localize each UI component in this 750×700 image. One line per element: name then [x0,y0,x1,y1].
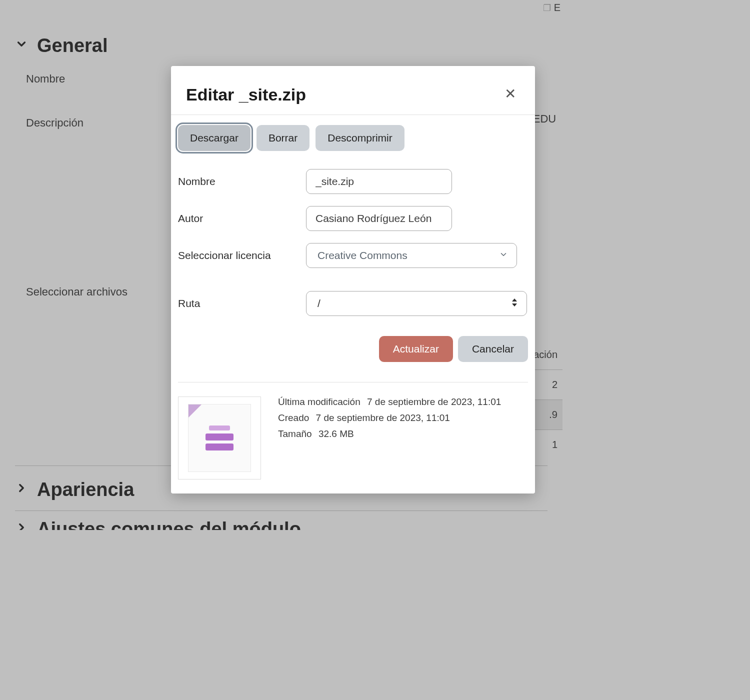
section-appearance-title: Apariencia [37,479,134,500]
cancel-button[interactable]: Cancelar [458,336,528,362]
meta-created-value: 7 de septiembre de 2023, 11:01 [316,412,450,423]
author-label: Autor [178,212,306,224]
archive-icon [188,404,251,472]
top-right-fragment: ❐ E [541,0,562,16]
cube-icon: ❐ [543,2,551,14]
license-label: Seleccionar licencia [178,250,306,262]
modal-title: Editar _site.zip [186,85,306,104]
delete-button[interactable]: Borrar [256,125,310,151]
meta-modified-label: Última modificación [278,396,360,407]
chevron-right-icon [15,482,28,498]
close-icon: ✕ [504,86,516,102]
update-button[interactable]: Actualizar [379,336,453,362]
meta-modified-value: 7 de septiembre de 2023, 11:01 [367,396,501,407]
name-input[interactable] [306,169,452,194]
chevron-down-icon [15,38,28,54]
license-select[interactable]: Creative Commons [306,243,517,268]
meta-size-value: 32.6 MB [318,428,354,439]
section-general-header[interactable]: General [15,35,548,56]
section-common-title: Ajustes comunes del módulo [37,518,301,530]
meta-created-label: Creado [278,412,309,423]
file-thumbnail [178,396,261,480]
chevron-right-icon [15,521,28,530]
download-button[interactable]: Descargar [178,125,250,151]
name-label: Nombre [178,176,306,188]
path-select[interactable]: / [306,291,527,316]
bg-label-name: Nombre [26,72,191,86]
unzip-button[interactable]: Descomprimir [316,125,404,151]
edit-file-modal: Editar _site.zip ✕ Descargar Borrar Desc… [171,66,535,494]
bg-label-select-files: Seleccionar archivos [26,286,191,300]
path-label: Ruta [178,298,306,310]
close-button[interactable]: ✕ [500,85,520,103]
section-general-title: General [37,35,108,56]
meta-size-label: Tamaño [278,428,312,439]
top-right-label: E [554,2,560,14]
section-common-header[interactable]: Ajustes comunes del módulo [15,510,548,530]
author-input[interactable] [306,206,452,231]
bg-label-description: Descripción [26,116,191,130]
